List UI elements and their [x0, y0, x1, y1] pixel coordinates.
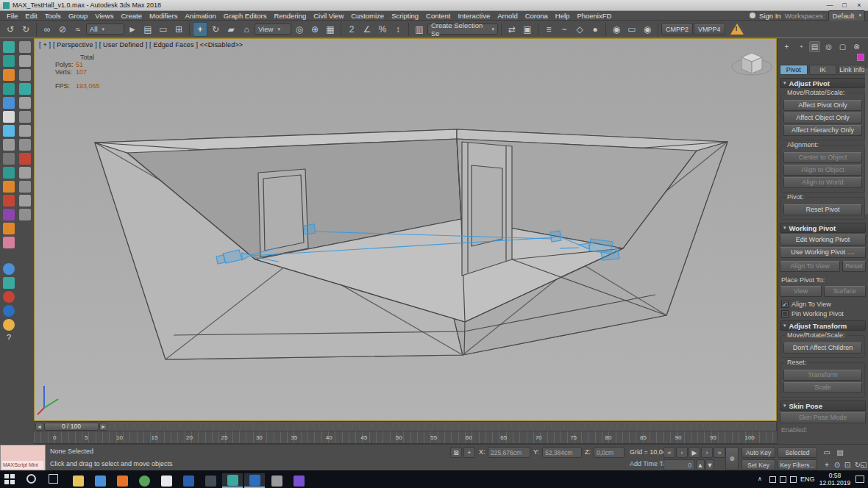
menu-edit[interactable]: Edit — [21, 12, 40, 20]
taskbar-app[interactable] — [112, 473, 132, 488]
taskbar-app-running[interactable] — [222, 473, 243, 488]
unlink-selection-icon[interactable]: ⊘ — [55, 22, 70, 37]
menu-rendering[interactable]: Rendering — [270, 12, 310, 20]
left-toolbar-icon[interactable] — [3, 319, 15, 331]
action-center-icon[interactable] — [855, 476, 864, 483]
perspective-viewport[interactable]: [ + ] [ Perspective ] [ User Defined ] [… — [34, 38, 777, 421]
hierarchy-tab-icon[interactable]: ▤ — [809, 41, 820, 52]
tab-ik[interactable]: IK — [809, 65, 837, 75]
place-view-button[interactable]: View — [780, 286, 822, 297]
align-to-view-button[interactable]: Align To View — [780, 261, 840, 272]
align-to-world-button[interactable]: Align to World — [783, 177, 862, 188]
left-toolbar-icon[interactable] — [3, 195, 15, 207]
rollout-adjust-transform[interactable]: ▾Adjust Transform — [780, 320, 866, 331]
left-toolbar-icon[interactable] — [3, 55, 15, 67]
left-toolbar-icon[interactable] — [3, 181, 15, 193]
tray-expand-icon[interactable]: ∧ — [758, 476, 762, 482]
affect-hierarchy-only-button[interactable]: Affect Hierarchy Only — [783, 125, 862, 136]
menu-phoenixfd[interactable]: PhoenixFD — [573, 12, 615, 20]
align-icon[interactable]: ▣ — [520, 22, 535, 37]
menu-help[interactable]: Help — [552, 12, 574, 20]
taskbar-app-explorer[interactable] — [68, 473, 88, 488]
menu-graph-editors[interactable]: Graph Editors — [220, 12, 271, 20]
menu-scripting[interactable]: Scripting — [388, 12, 422, 20]
workspace-dropdown[interactable]: Default▾ — [828, 10, 865, 21]
menu-corona[interactable]: Corona — [522, 12, 552, 20]
minimize-button[interactable]: — — [822, 1, 837, 10]
render-setup-icon[interactable]: ◉ — [609, 22, 624, 37]
taskbar-app-3dsmax[interactable] — [244, 473, 265, 488]
rollout-skin-pose[interactable]: ▾Skin Pose — [780, 401, 866, 411]
key-filters-button[interactable]: Key Filters... — [778, 459, 817, 470]
tray-icon[interactable] — [790, 476, 797, 483]
dont-affect-children-button[interactable]: Don't Affect Children — [783, 342, 862, 354]
keyboard-shortcut-override-icon[interactable]: ▦ — [323, 22, 338, 37]
selection-filter-dropdown[interactable]: All▾ — [86, 24, 124, 35]
left-toolbar-icon[interactable] — [19, 55, 31, 67]
absolute-offset-mode-icon[interactable]: + — [463, 447, 475, 458]
left-toolbar-icon[interactable] — [3, 41, 15, 53]
left-toolbar-icon[interactable] — [3, 167, 15, 179]
color-swatch[interactable] — [857, 54, 864, 61]
warning-icon[interactable]: ! — [730, 24, 744, 35]
reference-coordinate-dropdown[interactable]: View▾ — [255, 24, 291, 35]
create-tab-icon[interactable]: + — [781, 41, 792, 52]
utilities-tab-icon[interactable]: ⊗ — [851, 41, 862, 52]
select-object-icon[interactable]: ► — [125, 22, 140, 37]
edit-named-selection-sets-icon[interactable]: ▥ — [412, 22, 427, 37]
viewport-label[interactable]: [ + ] [ Perspective ] [ User Defined ] [… — [39, 41, 243, 49]
menu-content[interactable]: Content — [422, 12, 454, 20]
auto-key-button[interactable]: Auto Key — [741, 447, 775, 458]
go-to-start-icon[interactable]: « — [664, 447, 675, 458]
left-toolbar-icon[interactable] — [3, 111, 15, 123]
left-toolbar-icon[interactable] — [3, 83, 15, 95]
left-toolbar-icon[interactable] — [19, 125, 31, 137]
next-frame-arrow-icon[interactable]: ► — [99, 423, 107, 431]
curve-editor-icon[interactable]: ~ — [557, 22, 572, 37]
edit-working-pivot-button[interactable]: Edit Working Pivot — [780, 234, 866, 245]
left-toolbar-icon[interactable] — [19, 167, 31, 179]
z-coordinate-field[interactable]: 0,0cm — [594, 447, 625, 458]
vmpp4-button[interactable]: VMPP4 — [694, 23, 725, 35]
menu-animation[interactable]: Animation — [182, 12, 220, 20]
command-panel-scrollbar[interactable] — [865, 68, 868, 215]
left-toolbar-icon[interactable] — [3, 209, 15, 220]
sign-in-button[interactable]: Sign In — [759, 12, 781, 20]
motion-tab-icon[interactable]: ◎ — [823, 41, 834, 52]
track-bar[interactable]: 0 5 10 15 20 25 30 35 40 45 50 55 60 65 … — [34, 431, 777, 444]
display-tab-icon[interactable]: ▢ — [837, 41, 848, 52]
taskbar-app[interactable] — [156, 473, 177, 488]
tray-icon[interactable] — [769, 476, 776, 483]
task-view-icon[interactable] — [49, 474, 58, 484]
go-to-end-icon[interactable]: » — [714, 447, 725, 458]
selection-lock-icon[interactable]: ⊠ — [450, 447, 462, 458]
y-coordinate-field[interactable]: 52,384cm — [542, 447, 582, 458]
menu-modifiers[interactable]: Modifiers — [146, 12, 182, 20]
reset-scale-button[interactable]: Scale — [783, 382, 862, 393]
left-toolbar-icon[interactable] — [19, 97, 31, 109]
skin-pose-mode-button[interactable]: Skin Pose Mode — [780, 412, 866, 423]
menu-arnold[interactable]: Arnold — [494, 12, 521, 20]
left-toolbar-icon[interactable] — [19, 83, 31, 95]
left-toolbar-icon[interactable] — [3, 139, 15, 151]
undo-icon[interactable]: ↺ — [3, 22, 18, 37]
next-frame-icon[interactable]: › — [701, 447, 713, 458]
tab-link-info[interactable]: Link Info — [838, 65, 866, 75]
menu-group[interactable]: Group — [65, 12, 91, 20]
frame-spinner-down-icon[interactable]: ▼ — [705, 459, 714, 470]
pin-working-pivot-checkbox[interactable]: Pin Working Pivot — [781, 310, 864, 317]
place-surface-button[interactable]: Surface — [824, 286, 866, 297]
left-toolbar-icon[interactable] — [19, 69, 31, 81]
x-coordinate-field[interactable]: 225,676cm — [488, 447, 530, 458]
bind-to-space-warp-icon[interactable]: ≈ — [71, 22, 85, 37]
left-toolbar-icon[interactable] — [3, 305, 15, 317]
affect-pivot-only-button[interactable]: Affect Pivot Only — [783, 100, 862, 111]
taskbar-app[interactable] — [288, 473, 309, 488]
select-and-scale-icon[interactable]: ▰ — [224, 22, 238, 37]
left-toolbar-icon[interactable] — [3, 277, 15, 289]
previous-frame-arrow-icon[interactable]: ◄ — [35, 423, 43, 431]
search-icon[interactable] — [26, 474, 36, 484]
select-and-link-icon[interactable]: ∞ — [40, 22, 54, 37]
clock[interactable]: 0:58 12.01.2019 — [818, 472, 852, 487]
redo-icon[interactable]: ↻ — [18, 22, 33, 37]
